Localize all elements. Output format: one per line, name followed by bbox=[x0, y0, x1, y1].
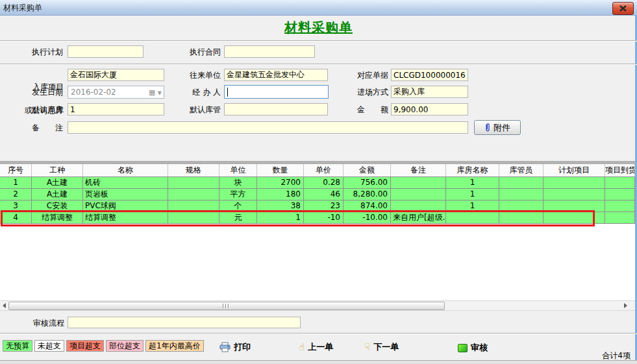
attachment-button[interactable]: 附件 bbox=[474, 120, 521, 135]
doc-no-input[interactable] bbox=[391, 69, 468, 81]
audit-icon bbox=[458, 344, 468, 352]
cell: 个 bbox=[219, 200, 257, 212]
audit-button-label: 审核 bbox=[471, 342, 488, 354]
project-input[interactable] bbox=[68, 69, 164, 81]
cell: 1 bbox=[446, 200, 499, 212]
previous-order-button[interactable]: ☝ 上一单 bbox=[299, 341, 333, 353]
table-row[interactable]: 2 A土建 页岩板 平方 180 46 8,280.00 1 bbox=[0, 189, 635, 200]
close-button[interactable] bbox=[612, 2, 634, 15]
cell bbox=[499, 212, 543, 224]
cell bbox=[543, 200, 605, 212]
scrollbar-thumb[interactable] bbox=[8, 302, 445, 310]
handler-label: 经 办 人 bbox=[158, 86, 221, 99]
separator bbox=[0, 64, 637, 65]
cell bbox=[168, 189, 219, 200]
previous-order-label: 上一单 bbox=[308, 341, 333, 353]
review-flow-input[interactable] bbox=[68, 317, 301, 328]
material-purchase-order-window: 材料采购单 材料采购单 执行计划 执行合同 入库项目 或公司总库 往来单位 对应… bbox=[0, 0, 637, 364]
scroll-left-arrow[interactable] bbox=[1, 302, 7, 309]
amount-input[interactable] bbox=[391, 103, 468, 115]
cell bbox=[543, 212, 605, 224]
cell: C安装 bbox=[32, 200, 83, 212]
col-header[interactable]: 库房名称 bbox=[446, 164, 499, 176]
remark-input[interactable] bbox=[68, 121, 468, 134]
keeper-input[interactable] bbox=[224, 103, 328, 115]
col-header[interactable]: 序号 bbox=[0, 164, 32, 176]
separator bbox=[0, 333, 637, 334]
badge-part-overspent: 部位超支 bbox=[106, 340, 144, 352]
cell bbox=[605, 177, 635, 189]
cell: 180 bbox=[257, 189, 304, 200]
col-header[interactable]: 单价 bbox=[304, 164, 343, 176]
window-titlebar: 材料采购单 bbox=[0, 0, 637, 16]
attachment-button-label: 附件 bbox=[493, 122, 510, 134]
col-header[interactable]: 工种 bbox=[32, 164, 83, 176]
hand-down-icon: ☟ bbox=[364, 343, 370, 352]
total-items-label: 合计4项 bbox=[602, 350, 631, 361]
cell: 平方 bbox=[219, 189, 257, 200]
close-icon bbox=[619, 5, 627, 12]
col-header[interactable]: 备注 bbox=[391, 164, 446, 176]
scroll-right-arrow[interactable] bbox=[622, 302, 629, 309]
doc-no-label: 对应单据 bbox=[325, 69, 388, 82]
cell bbox=[168, 177, 219, 189]
col-header[interactable]: 计划项目 bbox=[543, 164, 605, 176]
table-row[interactable]: 3 C安装 PVC球阀 个 38 23 874.00 1 bbox=[0, 200, 635, 212]
window-title: 材料采购单 bbox=[3, 3, 42, 14]
print-button-label: 打印 bbox=[234, 341, 251, 353]
calendar-icon: ▦ bbox=[149, 88, 155, 97]
warehouse-label: 默认库房 bbox=[0, 103, 63, 116]
date-label: 发生日期 bbox=[0, 86, 63, 99]
cell: 23 bbox=[304, 200, 343, 212]
col-header[interactable]: 项目到货 bbox=[605, 164, 635, 176]
exec-contract-label: 执行合同 bbox=[158, 45, 221, 58]
cell bbox=[605, 212, 635, 224]
col-header[interactable]: 数量 bbox=[257, 164, 304, 176]
badge-no-budget: 无预算 bbox=[3, 340, 32, 352]
date-value: 2016-02-02 bbox=[71, 88, 116, 97]
exec-contract-input[interactable] bbox=[224, 45, 315, 58]
badge-not-overspent: 未超支 bbox=[34, 340, 64, 352]
cell bbox=[168, 212, 219, 224]
next-order-button[interactable]: ☟ 下一单 bbox=[364, 341, 399, 353]
cell bbox=[168, 200, 219, 212]
warehouse-input[interactable] bbox=[68, 103, 164, 115]
col-header[interactable]: 单位 bbox=[219, 164, 257, 176]
cell: 2700 bbox=[257, 177, 304, 189]
badge-highest-price-1yr: 超1年内最高价 bbox=[145, 340, 204, 352]
next-order-label: 下一单 bbox=[373, 341, 399, 353]
cell bbox=[499, 177, 543, 189]
col-header[interactable]: 金额 bbox=[343, 164, 391, 176]
review-flow-label: 审核流程 bbox=[0, 317, 64, 330]
date-picker[interactable]: 2016-02-02 ▦ ▼ bbox=[68, 86, 164, 99]
cell: 4 bbox=[0, 212, 32, 224]
hand-up-icon: ☝ bbox=[299, 343, 305, 352]
window-bottom-border bbox=[0, 360, 637, 364]
cell: 元 bbox=[219, 212, 257, 224]
entry-mode-input[interactable] bbox=[391, 86, 468, 98]
cell: 38 bbox=[257, 200, 304, 212]
horizontal-scrollbar[interactable] bbox=[0, 300, 635, 311]
cell: A土建 bbox=[32, 189, 83, 200]
exec-plan-label: 执行计划 bbox=[0, 45, 63, 58]
cell: 8,280.00 bbox=[343, 189, 391, 200]
table-row[interactable]: 1 A土建 机砖 块 2700 0.28 756.00 1 bbox=[0, 177, 635, 189]
cell: 0.28 bbox=[304, 177, 343, 189]
counterparty-input[interactable] bbox=[224, 69, 328, 81]
cell: 2 bbox=[0, 189, 32, 200]
entry-mode-label: 进场方式 bbox=[325, 86, 388, 99]
cell bbox=[391, 189, 446, 200]
print-button[interactable]: 打印 bbox=[219, 341, 251, 353]
printer-icon bbox=[219, 342, 231, 352]
col-header[interactable]: 名称 bbox=[83, 164, 168, 176]
table-row-highlighted[interactable]: 4 结算调整 结算调整 元 1 -10 -10.00 来自用户[超级. bbox=[0, 212, 635, 224]
exec-plan-input[interactable] bbox=[68, 45, 144, 58]
cell: 1 bbox=[446, 177, 499, 189]
col-header[interactable]: 规格 bbox=[168, 164, 219, 176]
col-header[interactable]: 库管员 bbox=[499, 164, 543, 176]
audit-button[interactable]: 审核 bbox=[458, 342, 488, 354]
cell: PVC球阀 bbox=[83, 200, 168, 212]
cell bbox=[605, 189, 635, 200]
handler-input[interactable] bbox=[224, 85, 329, 99]
cell: 874.00 bbox=[343, 200, 391, 212]
